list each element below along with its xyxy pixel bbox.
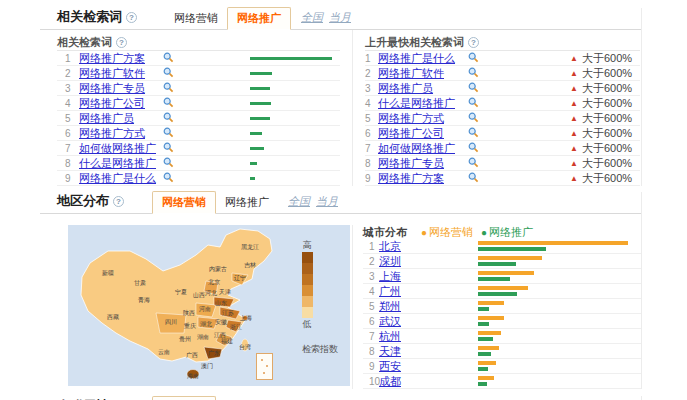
province-label[interactable]: 浙江: [230, 324, 242, 330]
province-label[interactable]: 海南: [187, 373, 199, 379]
keyword-link-anchor[interactable]: 网络推广公司: [378, 127, 444, 139]
city-link-anchor[interactable]: 杭州: [379, 330, 401, 342]
province-label[interactable]: 黑龙江: [241, 244, 259, 250]
keyword-link-anchor[interactable]: 什么是网络推广: [378, 97, 455, 109]
help-icon[interactable]: ?: [126, 12, 137, 23]
keyword-link: 网络推广方式: [79, 126, 163, 141]
city-link-anchor[interactable]: 武汉: [379, 315, 401, 327]
province-label[interactable]: 山西: [193, 292, 205, 299]
province-label[interactable]: 四川: [165, 319, 177, 326]
city-link-anchor[interactable]: 广州: [379, 285, 401, 297]
keyword-link-anchor[interactable]: 如何做网络推广: [378, 142, 455, 154]
search-icon[interactable]: [468, 142, 479, 153]
city-link-anchor[interactable]: 西安: [379, 360, 401, 372]
keyword-link: 什么是网络推广: [79, 156, 163, 171]
tab-wangluo-tuiguang[interactable]: 网络推广: [216, 192, 278, 213]
province-label[interactable]: 江西: [214, 332, 226, 339]
search-icon[interactable]: [163, 142, 174, 153]
keyword-link-anchor[interactable]: 网络推广专员: [79, 82, 145, 94]
province-label[interactable]: 重庆: [183, 322, 196, 329]
province-label[interactable]: 安徽: [215, 318, 227, 326]
rising-keywords-table: 上升最快相关检索词? 1网络推广是什么▲大于600% 2网络推广软件▲大于600…: [352, 30, 640, 186]
province-label[interactable]: 上海: [239, 315, 252, 321]
city-link-anchor[interactable]: 北京: [379, 240, 401, 252]
province-label[interactable]: 新疆: [102, 269, 114, 277]
keyword-link-anchor[interactable]: 网络推广方案: [79, 52, 145, 64]
province-label[interactable]: 北京: [208, 278, 220, 286]
province-label[interactable]: 河北: [205, 289, 217, 297]
search-icon[interactable]: [163, 97, 174, 108]
search-icon[interactable]: [468, 97, 479, 108]
province-label[interactable]: 广东: [208, 349, 220, 356]
search-icon[interactable]: [163, 82, 174, 93]
help-icon[interactable]: ?: [116, 37, 127, 48]
change-value: 大于600%: [582, 51, 632, 66]
province-label[interactable]: 湖南: [197, 334, 209, 340]
scope-region-link[interactable]: 全国: [288, 195, 310, 207]
province-label[interactable]: 山东: [215, 299, 227, 306]
keyword-link-anchor[interactable]: 网络推广专员: [378, 157, 444, 169]
keyword-link-anchor[interactable]: 网络推广方案: [378, 172, 444, 184]
province-label[interactable]: 辽宁: [234, 274, 246, 281]
keyword-link-anchor[interactable]: 什么是网络推广: [79, 157, 156, 169]
search-icon[interactable]: [468, 172, 479, 183]
china-map[interactable]: 黑龙江 吉林 辽宁 内蒙古 北京 天津 河北 山西 山东 江苏 上海 安徽 浙江…: [68, 225, 350, 386]
search-icon[interactable]: [163, 172, 174, 183]
tab-wangluo-yingxiao[interactable]: 网络营销: [152, 191, 216, 214]
keyword-link-anchor[interactable]: 网络推广方式: [79, 127, 145, 139]
search-icon[interactable]: [163, 52, 174, 63]
province-label[interactable]: 福建: [221, 338, 233, 345]
search-icon[interactable]: [468, 112, 479, 123]
help-icon[interactable]: ?: [113, 196, 124, 207]
city-link-anchor[interactable]: 成都: [379, 375, 401, 387]
province-label[interactable]: 河南: [199, 306, 211, 312]
province-label[interactable]: 甘肃: [134, 280, 146, 286]
province-label[interactable]: 澳门: [201, 362, 213, 370]
marketing-bar: [478, 361, 496, 365]
city-link-anchor[interactable]: 深圳: [379, 255, 401, 267]
province-label[interactable]: 陕西: [183, 309, 195, 317]
province-label[interactable]: 湖北: [200, 320, 212, 328]
keyword-link-anchor[interactable]: 网络推广员: [79, 112, 134, 124]
city-link-anchor[interactable]: 郑州: [379, 300, 401, 312]
legend-swatch: [302, 252, 313, 263]
search-icon[interactable]: [163, 127, 174, 138]
search-icon[interactable]: [163, 112, 174, 123]
keyword-link-anchor[interactable]: 网络推广方式: [378, 112, 444, 124]
province-label[interactable]: 贵州: [179, 336, 191, 343]
keyword-link-anchor[interactable]: 网络推广公司: [79, 97, 145, 109]
province-label[interactable]: 内蒙古: [209, 266, 227, 273]
city-link-anchor[interactable]: 上海: [379, 270, 401, 282]
city-link-anchor[interactable]: 天津: [379, 345, 401, 357]
keyword-link-anchor[interactable]: 网络推广软件: [79, 67, 145, 79]
tab-wangluo-tuiguang[interactable]: 网络推广: [227, 7, 291, 30]
search-icon[interactable]: [468, 82, 479, 93]
keyword-link-anchor[interactable]: 网络推广是什么: [378, 52, 455, 64]
tab-wangluo-yingxiao[interactable]: 网络营销: [165, 8, 227, 29]
province-label[interactable]: 广西: [186, 352, 198, 359]
search-icon[interactable]: [468, 127, 479, 138]
search-icon[interactable]: [468, 157, 479, 168]
help-icon[interactable]: ?: [468, 37, 479, 48]
keyword-link-anchor[interactable]: 网络推广员: [378, 82, 433, 94]
province-label[interactable]: 云南: [158, 349, 170, 355]
search-icon[interactable]: [468, 52, 479, 63]
province-label[interactable]: 江苏: [222, 309, 234, 316]
keyword-link-anchor[interactable]: 网络推广是什么: [79, 172, 156, 184]
tab-wangluo-yingxiao[interactable]: 网络营销: [152, 396, 216, 400]
province-label[interactable]: 青海: [138, 297, 150, 303]
scope-period-link[interactable]: 当月: [316, 195, 338, 207]
province-label[interactable]: 台湾: [239, 343, 251, 351]
province-label[interactable]: 西藏: [107, 314, 119, 321]
scope-region-link[interactable]: 全国: [301, 11, 323, 23]
keyword-link: 如何做网络推广: [79, 141, 163, 156]
province-label[interactable]: 吉林: [244, 262, 257, 269]
province-label[interactable]: 宁夏: [175, 288, 187, 296]
search-icon[interactable]: [468, 67, 479, 78]
keyword-link-anchor[interactable]: 如何做网络推广: [79, 142, 156, 154]
province-label[interactable]: 天津: [219, 289, 231, 295]
scope-period-link[interactable]: 当月: [329, 11, 351, 23]
search-icon[interactable]: [163, 67, 174, 78]
keyword-link-anchor[interactable]: 网络推广软件: [378, 67, 444, 79]
search-icon[interactable]: [163, 157, 174, 168]
